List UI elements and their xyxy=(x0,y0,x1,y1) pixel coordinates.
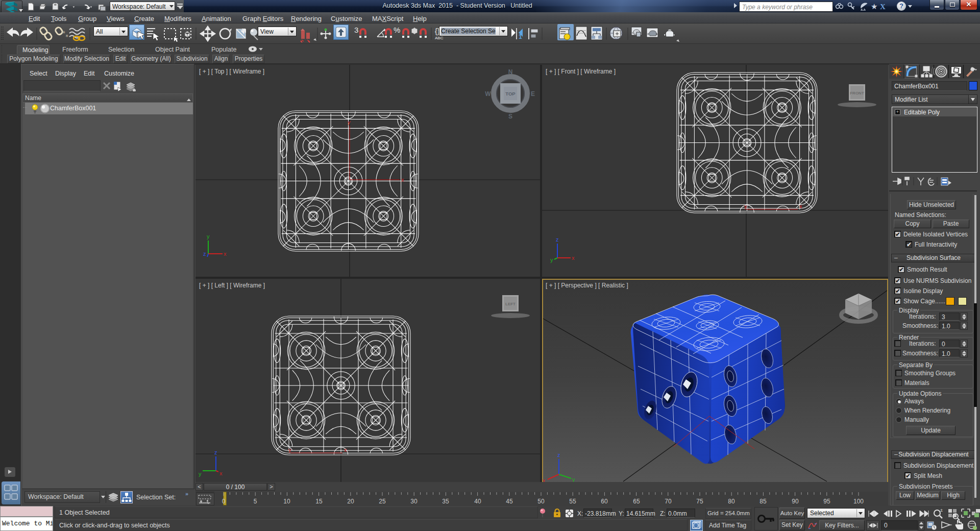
svg-text:E: E xyxy=(531,90,535,98)
svg-text:W: W xyxy=(485,90,491,98)
svg-text:N: N xyxy=(508,68,513,76)
svg-text:50: 50 xyxy=(537,498,545,505)
svg-text:LEFT: LEFT xyxy=(505,302,516,306)
svg-text:x: x xyxy=(572,255,575,261)
svg-text:20: 20 xyxy=(347,498,354,505)
svg-text:25: 25 xyxy=(379,498,386,505)
svg-text:y: y xyxy=(288,447,291,453)
svg-text:z: z xyxy=(214,449,217,455)
svg-text:60: 60 xyxy=(601,498,608,505)
svg-text:35: 35 xyxy=(442,498,449,505)
svg-text:15: 15 xyxy=(315,498,323,505)
svg-text:S: S xyxy=(508,113,512,120)
svg-text:x: x xyxy=(219,470,223,476)
svg-text:100: 100 xyxy=(853,498,864,505)
svg-text:FRONT: FRONT xyxy=(850,91,864,95)
svg-text:45: 45 xyxy=(506,498,513,505)
svg-text:85: 85 xyxy=(760,498,767,505)
svg-text:y: y xyxy=(207,233,210,239)
svg-text:TOP: TOP xyxy=(505,91,516,96)
svg-text:★: ★ xyxy=(871,2,877,11)
svg-text:x: x xyxy=(401,177,404,183)
svg-text:5: 5 xyxy=(254,498,257,505)
svg-text:z: z xyxy=(556,236,559,243)
svg-text:3: 3 xyxy=(354,26,358,34)
svg-text:30: 30 xyxy=(410,498,418,505)
svg-text:%: % xyxy=(394,26,400,34)
svg-text:95: 95 xyxy=(823,498,830,505)
svg-text:70: 70 xyxy=(665,498,672,505)
svg-text:x: x xyxy=(224,251,227,257)
svg-text:X: X xyxy=(880,3,886,11)
svg-text:✳: ✳ xyxy=(65,34,69,38)
svg-text:y: y xyxy=(348,119,351,125)
svg-text:10: 10 xyxy=(283,498,290,505)
svg-text:z: z xyxy=(203,251,206,257)
svg-text:ABC: ABC xyxy=(435,36,444,40)
svg-text:x: x xyxy=(344,447,347,453)
svg-text:1: 1 xyxy=(519,33,522,40)
svg-text:y: y xyxy=(550,257,553,263)
svg-text:x: x xyxy=(799,203,802,209)
svg-text:y: y xyxy=(744,203,747,209)
svg-text:±: ± xyxy=(940,508,943,513)
svg-text:75: 75 xyxy=(696,498,703,505)
svg-text:40: 40 xyxy=(474,498,481,505)
svg-text:80: 80 xyxy=(728,498,735,505)
svg-text:90: 90 xyxy=(792,498,799,505)
svg-text:55: 55 xyxy=(569,498,576,505)
svg-text:65: 65 xyxy=(633,498,640,505)
svg-text:0: 0 xyxy=(222,498,226,505)
svg-text:y: y xyxy=(199,471,202,477)
